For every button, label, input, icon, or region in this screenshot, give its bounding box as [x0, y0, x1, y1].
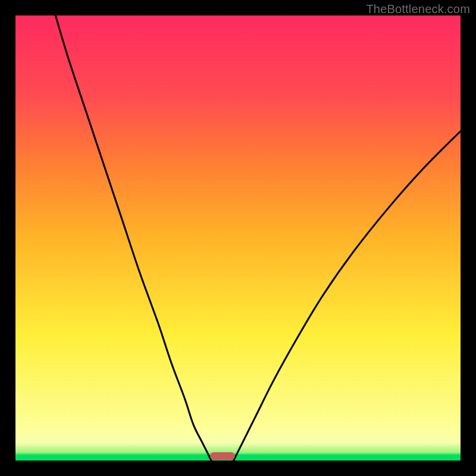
- curve-layer: [15, 15, 461, 461]
- outer-frame: TheBottleneck.com: [0, 0, 476, 476]
- right-curve: [234, 131, 461, 461]
- watermark-text: TheBottleneck.com: [366, 2, 470, 16]
- plot-area: [15, 15, 461, 461]
- left-curve: [55, 15, 211, 461]
- min-marker: [210, 452, 236, 460]
